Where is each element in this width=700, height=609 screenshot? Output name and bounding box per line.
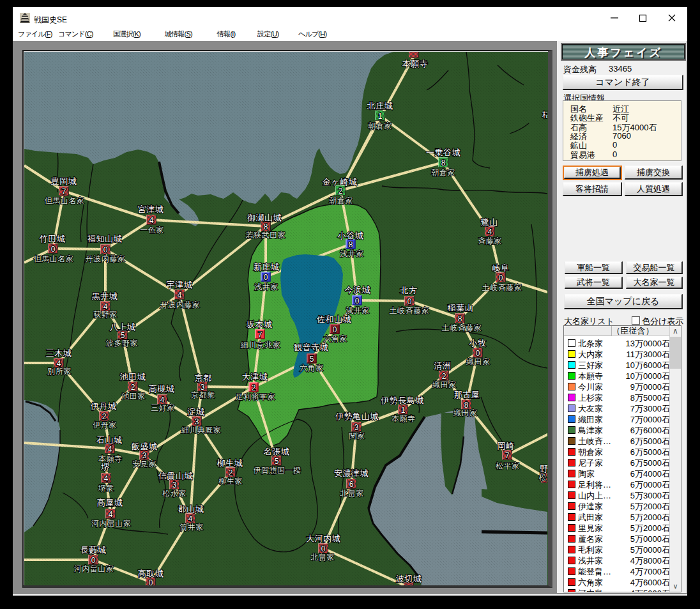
svg-text:8: 8	[349, 240, 353, 249]
svg-text:伊丹城: 伊丹城	[91, 401, 117, 411]
svg-text:北庄城: 北庄城	[367, 101, 393, 111]
svg-text:細川京兆家: 細川京兆家	[240, 341, 281, 350]
svg-text:三木城: 三木城	[46, 348, 72, 358]
svg-text:稲葉山: 稲葉山	[448, 303, 474, 312]
svg-text:若狭武田家: 若狭武田家	[245, 231, 286, 240]
svg-text:波多野家: 波多野家	[106, 339, 138, 348]
svg-text:7: 7	[505, 451, 510, 460]
svg-text:1: 1	[378, 112, 383, 121]
svg-text:池田家: 池田家	[121, 392, 146, 401]
svg-text:3: 3	[195, 417, 199, 426]
svg-text:0: 0	[91, 556, 96, 565]
svg-text:2: 2	[339, 187, 343, 196]
svg-text:8: 8	[264, 222, 268, 231]
svg-text:7: 7	[62, 187, 66, 196]
svg-text:土岐斉藤家: 土岐斉藤家	[390, 306, 430, 315]
svg-text:堺衆: 堺衆	[98, 484, 114, 493]
svg-text:8: 8	[458, 314, 462, 323]
svg-text:6: 6	[349, 480, 354, 489]
svg-text:但馬山名家: 但馬山名家	[45, 196, 85, 205]
svg-text:2: 2	[131, 383, 135, 392]
svg-text:伊勢長島城: 伊勢長島城	[381, 396, 424, 405]
svg-text:福知山城: 福知山城	[87, 234, 122, 243]
svg-text:4: 4	[104, 474, 109, 483]
svg-text:河内畠山家: 河内畠山家	[91, 519, 132, 528]
svg-text:高槻城: 高槻城	[149, 384, 175, 394]
svg-text:金ヶ崎城: 金ヶ崎城	[323, 177, 357, 187]
svg-text:長藪城: 長藪城	[80, 545, 107, 555]
svg-text:安濃津城: 安濃津城	[334, 468, 369, 478]
svg-text:黒井城: 黒井城	[92, 291, 118, 301]
svg-text:0: 0	[407, 297, 412, 306]
svg-text:宮津城: 宮津城	[138, 204, 164, 214]
svg-text:大津城: 大津城	[242, 372, 268, 382]
svg-text:宇津城: 宇津城	[167, 280, 193, 289]
svg-text:7: 7	[258, 330, 262, 339]
svg-text:京都: 京都	[195, 373, 212, 383]
svg-text:岡崎: 岡崎	[498, 441, 515, 451]
svg-text:那古屋: 那古屋	[454, 390, 480, 399]
svg-text:観音寺城: 観音寺城	[294, 343, 328, 352]
svg-text:0: 0	[103, 245, 108, 254]
svg-text:三好家: 三好家	[151, 403, 175, 412]
svg-text:細川典厩家: 細川典厩家	[181, 426, 222, 435]
svg-text:伊賀惣国一揆: 伊賀惣国一揆	[254, 466, 301, 475]
svg-text:北畠家: 北畠家	[340, 489, 364, 498]
svg-text:4: 4	[488, 227, 492, 236]
svg-text:斉藤家: 斉藤家	[478, 236, 502, 245]
svg-text:0: 0	[476, 349, 480, 358]
svg-text:丹波内藤家: 丹波内藤家	[86, 254, 126, 263]
svg-text:関家: 関家	[349, 431, 365, 440]
svg-text:1: 1	[401, 406, 406, 415]
svg-text:名張城: 名張城	[264, 447, 290, 456]
svg-text:安見家: 安見家	[132, 459, 156, 468]
svg-text:一色家: 一色家	[140, 226, 164, 235]
svg-text:4: 4	[188, 514, 193, 523]
svg-text:4: 4	[178, 291, 182, 300]
svg-text:土岐斉藤家: 土岐斉藤家	[442, 323, 482, 332]
svg-text:朝倉家: 朝倉家	[329, 196, 353, 205]
svg-text:鷺山: 鷺山	[481, 217, 498, 227]
svg-text:坂本城: 坂本城	[246, 320, 273, 329]
svg-text:今浜城: 今浜城	[345, 285, 371, 295]
svg-text:松永家: 松永家	[162, 489, 186, 498]
svg-text:荻野家: 荻野家	[93, 310, 118, 319]
svg-text:桔: 桔	[542, 110, 547, 119]
svg-text:3: 3	[354, 423, 359, 432]
svg-text:清洲: 清洲	[434, 361, 452, 371]
svg-text:但馬山名家: 但馬山名家	[34, 254, 74, 263]
svg-text:足利将軍家: 足利将軍家	[235, 392, 276, 401]
svg-text:八上城: 八上城	[110, 322, 136, 332]
svg-text:柳生城: 柳生城	[217, 458, 243, 468]
svg-text:御瀬山城: 御瀬山城	[247, 213, 282, 222]
svg-text:波切城: 波切城	[396, 574, 422, 583]
svg-text:4: 4	[108, 445, 112, 454]
svg-text:京都衆: 京都衆	[191, 390, 215, 399]
svg-text:野: 野	[540, 464, 547, 474]
svg-text:松平家: 松平家	[496, 461, 520, 470]
svg-text:2: 2	[102, 412, 107, 421]
svg-text:8: 8	[441, 158, 446, 167]
svg-text:高屋城: 高屋城	[97, 498, 123, 507]
svg-text:織田家: 織田家	[466, 357, 491, 366]
svg-text:2: 2	[442, 372, 446, 381]
svg-text:4: 4	[109, 510, 113, 519]
svg-text:0: 0	[499, 274, 503, 282]
svg-text:筒井家: 筒井家	[179, 523, 204, 532]
svg-text:豊岡城: 豊岡城	[51, 176, 77, 186]
svg-text:飯盛城: 飯盛城	[132, 442, 158, 451]
svg-text:2: 2	[252, 383, 256, 392]
svg-text:松: 松	[539, 473, 547, 482]
svg-text:大河内城: 大河内城	[306, 534, 340, 543]
svg-text:2: 2	[229, 468, 233, 477]
svg-text:北畠家: 北畠家	[310, 553, 335, 562]
svg-text:朝倉家: 朝倉家	[368, 121, 392, 130]
svg-text:朝倉家: 朝倉家	[431, 168, 455, 177]
svg-text:信貴山城: 信貴山城	[158, 471, 193, 481]
svg-text:0: 0	[321, 544, 326, 553]
svg-text:伊丹家: 伊丹家	[93, 420, 117, 429]
svg-text:丹波内藤家: 丹波内藤家	[160, 300, 201, 309]
svg-text:3: 3	[142, 451, 147, 460]
svg-text:3: 3	[172, 481, 177, 490]
svg-text:郡山城: 郡山城	[178, 504, 204, 514]
